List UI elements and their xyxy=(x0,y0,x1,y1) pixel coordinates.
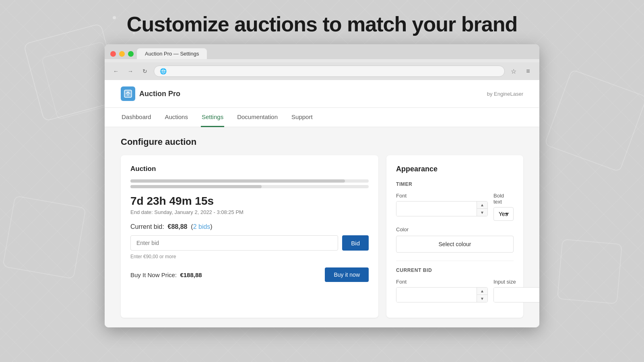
auction-panel: Auction 7d 23h 49m 15s End date: Sunday,… xyxy=(121,155,378,318)
back-button[interactable]: ← xyxy=(110,66,122,77)
buy-now-text: Buy It Now Price: €188,88 xyxy=(130,272,202,278)
color-section: Color Select colour xyxy=(396,226,514,253)
app-logo-icon xyxy=(121,86,135,101)
input-size-spinner[interactable]: 15 ▲ ▼ xyxy=(493,287,539,302)
bid-row: Bid xyxy=(130,235,369,251)
font-form-group: Font 23 ▲ ▼ xyxy=(396,193,488,221)
input-size-input[interactable]: 15 xyxy=(494,288,539,302)
progress-bar-bg-1 xyxy=(130,179,369,183)
logo-svg xyxy=(124,89,132,98)
font-increment-button[interactable]: ▲ xyxy=(477,202,487,209)
bid-input[interactable] xyxy=(130,235,338,251)
progress-bar-fill-1 xyxy=(130,179,345,183)
buy-now-row: Buy It Now Price: €188,88 Buy it now xyxy=(130,267,369,282)
tab-support[interactable]: Support xyxy=(291,108,314,127)
current-bid-info: Current bid: €88,88 (2 bids) xyxy=(130,223,369,230)
browser-nav: ← → ↻ 🌐 ☆ ≡ xyxy=(105,62,539,80)
divider-1 xyxy=(396,261,514,261)
app-content: Auction Pro by EngineLaser Dashboard Auc… xyxy=(105,80,539,327)
auction-panel-title: Auction xyxy=(130,165,369,173)
current-bid-form-row: Font 20 ▲ ▼ Input size xyxy=(396,279,514,302)
font-decrement-button[interactable]: ▼ xyxy=(477,209,487,216)
content-grid: Auction 7d 23h 49m 15s End date: Sunday,… xyxy=(121,155,523,318)
bold-text-label: Bold text xyxy=(493,193,514,205)
select-colour-button[interactable]: Select colour xyxy=(396,236,514,253)
progress-bar-fill-2 xyxy=(130,185,262,188)
minimize-traffic-light[interactable] xyxy=(119,51,125,57)
timer-form-row: Font 23 ▲ ▼ Bold text xyxy=(396,193,514,221)
progress-bar-bg-2 xyxy=(130,185,369,188)
browser-tab[interactable]: Auction Pro — Settings xyxy=(137,48,207,59)
input-size-form-group: Input size 15 ▲ ▼ xyxy=(493,279,539,302)
bold-text-form-group: Bold text Yes No xyxy=(493,193,514,221)
bookmark-button[interactable]: ☆ xyxy=(508,66,519,77)
font2-label: Font xyxy=(396,279,488,285)
app-name: Auction Pro xyxy=(139,90,180,98)
bid-hint: Enter €90,00 or more xyxy=(130,254,369,259)
color-label: Color xyxy=(396,226,514,232)
browser-window: Auction Pro — Settings ← → ↻ 🌐 ☆ ≡ Aucti… xyxy=(105,44,539,327)
font2-input[interactable]: 20 xyxy=(396,288,477,302)
current-bid-label: Current bid: xyxy=(130,223,164,230)
auction-end-date: End date: Sunday, January 2, 2022 - 3:08… xyxy=(130,209,369,215)
buy-now-label: Buy It Now Price: xyxy=(130,272,177,278)
appearance-panel: Appearance TIMER Font 23 ▲ ▼ xyxy=(386,155,523,318)
font2-form-group: Font 20 ▲ ▼ xyxy=(396,279,488,302)
tab-settings[interactable]: Settings xyxy=(201,108,224,127)
font-input[interactable]: 23 xyxy=(396,202,477,216)
bid-button[interactable]: Bid xyxy=(342,235,369,251)
bold-text-select[interactable]: Yes No xyxy=(493,207,514,221)
auction-timer: 7d 23h 49m 15s xyxy=(130,195,369,208)
app-header: Auction Pro by EngineLaser xyxy=(105,80,539,108)
app-by-label: by EngineLaser xyxy=(487,91,523,97)
bids-link[interactable]: 2 bids xyxy=(193,223,211,230)
refresh-button[interactable]: ↻ xyxy=(139,66,151,77)
font2-spinner[interactable]: 20 ▲ ▼ xyxy=(396,287,488,302)
page-headline: Customize auctions to match your brand xyxy=(119,0,525,44)
font2-increment-button[interactable]: ▲ xyxy=(477,288,487,295)
fullscreen-traffic-light[interactable] xyxy=(128,51,134,57)
current-bid-section-label: CURRENT BID xyxy=(396,267,514,273)
font2-spinner-btns: ▲ ▼ xyxy=(477,288,487,302)
font2-decrement-button[interactable]: ▼ xyxy=(477,295,487,302)
font-label: Font xyxy=(396,193,488,199)
browser-chrome: Auction Pro — Settings xyxy=(105,44,539,59)
globe-icon: 🌐 xyxy=(160,68,167,74)
forward-button[interactable]: → xyxy=(125,66,136,77)
buy-now-price: €188,88 xyxy=(180,272,202,278)
tab-documentation[interactable]: Documentation xyxy=(236,108,279,127)
current-bid-amount: €88,88 xyxy=(167,223,187,230)
font-spinner-btns: ▲ ▼ xyxy=(477,202,487,216)
configure-title: Configure auction xyxy=(121,137,523,147)
address-bar[interactable]: 🌐 xyxy=(154,66,505,77)
timer-section-label: TIMER xyxy=(396,181,514,187)
main-area: Configure auction Auction 7d 23h 49m xyxy=(105,127,539,327)
tab-dashboard[interactable]: Dashboard xyxy=(121,108,152,127)
appearance-title: Appearance xyxy=(396,165,514,173)
browser-titlebar: Auction Pro — Settings xyxy=(110,48,534,59)
font-spinner[interactable]: 23 ▲ ▼ xyxy=(396,201,488,216)
tab-auctions[interactable]: Auctions xyxy=(164,108,189,127)
nav-tabs: Dashboard Auctions Settings Documentatio… xyxy=(105,108,539,127)
progress-bar-container xyxy=(130,179,369,188)
input-size-label: Input size xyxy=(493,279,539,285)
buy-now-button[interactable]: Buy it now xyxy=(325,267,369,282)
close-traffic-light[interactable] xyxy=(110,51,116,57)
menu-button[interactable]: ≡ xyxy=(522,66,534,77)
app-logo: Auction Pro xyxy=(121,86,180,101)
